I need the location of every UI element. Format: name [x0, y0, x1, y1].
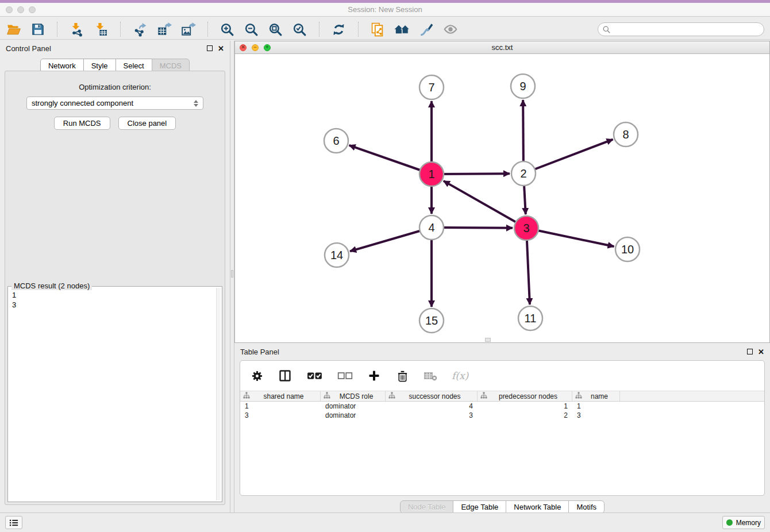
window-title: Session: New Session	[0, 5, 770, 14]
result-scrollbar[interactable]	[216, 288, 221, 500]
close-panel-icon[interactable]: ✕	[218, 45, 224, 52]
main-titlebar: Session: New Session	[0, 3, 770, 17]
zoom-selected-icon[interactable]	[292, 22, 307, 37]
settings-gear-icon[interactable]	[250, 369, 264, 383]
import-network-icon[interactable]	[69, 22, 84, 37]
table-tab-node-table[interactable]: Node Table	[400, 500, 454, 514]
toggle-visibility-eye-icon[interactable]	[442, 22, 458, 37]
duplicate-network-icon[interactable]	[370, 22, 386, 37]
network-graph: 7968124314101511	[235, 54, 769, 342]
cell-shared-name[interactable]: 1	[240, 402, 321, 411]
table-header-row: shared nameMCDS rolesuccessor nodesprede…	[240, 391, 764, 402]
column-layout-icon[interactable]	[278, 369, 292, 383]
cell-successor-nodes[interactable]: 4	[386, 402, 478, 411]
node-7[interactable]: 7	[419, 75, 444, 99]
table-tab-edge-table[interactable]: Edge Table	[453, 500, 506, 514]
cell-predecessor-nodes[interactable]: 2	[478, 411, 572, 420]
network-canvas[interactable]: 7968124314101511	[235, 54, 769, 342]
node-9[interactable]: 9	[511, 74, 535, 98]
mcds-panel: Optimization criterion: strongly connect…	[5, 71, 225, 505]
table-row[interactable]: 1dominator411	[240, 402, 764, 411]
edge-1-6[interactable]	[349, 145, 432, 174]
network-title: scc.txt	[235, 43, 769, 52]
node-8[interactable]: 8	[614, 122, 638, 147]
mcds-result-text[interactable]: 1 3	[9, 289, 215, 500]
run-mcds-button[interactable]: Run MCDS	[54, 117, 110, 130]
toolbar-separator	[207, 22, 208, 37]
export-image-icon[interactable]	[180, 22, 196, 37]
svg-text:2: 2	[520, 167, 526, 180]
apply-layout-refresh-icon[interactable]	[331, 22, 346, 37]
add-column-plus-icon[interactable]	[367, 369, 381, 383]
mcds-result-groupbox: MCDS result (2 nodes) 1 3	[7, 286, 222, 502]
node-6[interactable]: 6	[324, 129, 348, 153]
cell-name[interactable]: 1	[572, 402, 620, 411]
float-table-panel-icon[interactable]	[747, 349, 753, 354]
zoom-fit-icon[interactable]	[268, 22, 283, 37]
deselect-all-columns-icon[interactable]	[337, 369, 353, 383]
node-3[interactable]: 3	[514, 216, 538, 240]
delete-table-icon	[424, 369, 437, 383]
sort-tree-icon	[480, 392, 487, 400]
close-table-panel-icon[interactable]: ✕	[758, 348, 764, 356]
table-row[interactable]: 3dominator323	[240, 411, 764, 420]
delete-column-trash-icon[interactable]	[395, 369, 409, 383]
node-1[interactable]: 1	[419, 162, 444, 186]
table-tab-motifs[interactable]: Motifs	[568, 500, 605, 514]
node-11[interactable]: 11	[518, 306, 542, 330]
column-header-MCDS-role[interactable]: MCDS role	[321, 391, 386, 401]
cell-name[interactable]: 3	[572, 411, 620, 420]
app-window: Session: New Session	[0, 0, 770, 532]
task-history-button[interactable]	[5, 516, 22, 529]
open-session-icon[interactable]	[6, 22, 21, 37]
cell-shared-name[interactable]: 3	[240, 411, 321, 420]
zoom-in-icon[interactable]	[220, 22, 235, 37]
edge-3-1[interactable]	[444, 181, 526, 228]
node-2[interactable]: 2	[511, 161, 536, 186]
column-header-name[interactable]: name	[572, 391, 620, 401]
cell-MCDS-role[interactable]: dominator	[321, 411, 386, 420]
svg-text:10: 10	[621, 243, 634, 256]
panel-splitter[interactable]	[230, 41, 234, 512]
first-neighbors-houses-icon[interactable]	[394, 22, 410, 37]
column-header-shared-name[interactable]: shared name	[240, 391, 321, 401]
select-all-columns-icon[interactable]	[306, 369, 322, 383]
edge-3-10[interactable]	[526, 228, 614, 246]
column-header-successor-nodes[interactable]: successor nodes	[386, 391, 478, 401]
node-15[interactable]: 15	[419, 309, 444, 333]
network-titlebar: ✕ − + scc.txt	[235, 41, 769, 54]
edge-2-8[interactable]	[523, 140, 613, 174]
close-panel-button[interactable]: Close panel	[118, 117, 176, 130]
svg-text:8: 8	[622, 128, 629, 141]
export-network-icon[interactable]	[132, 22, 148, 37]
dropdown-stepper-icon	[194, 100, 198, 107]
cell-successor-nodes[interactable]: 3	[386, 411, 478, 420]
list-icon	[9, 519, 18, 527]
svg-text:7: 7	[428, 81, 434, 94]
save-session-icon[interactable]	[30, 22, 45, 37]
node-14[interactable]: 14	[325, 243, 349, 267]
node-10[interactable]: 10	[615, 237, 640, 261]
memory-button[interactable]: Memory	[722, 516, 765, 529]
cell-predecessor-nodes[interactable]: 1	[478, 402, 572, 411]
criterion-dropdown[interactable]: strongly connected component	[26, 97, 203, 110]
sort-tree-icon	[324, 392, 330, 400]
splitter-handle[interactable]	[231, 270, 233, 277]
zoom-out-icon[interactable]	[244, 22, 259, 37]
cell-MCDS-role[interactable]: dominator	[321, 402, 386, 411]
network-window: ✕ − + scc.txt 7968124314101511	[234, 41, 770, 343]
toolbar-separator	[120, 22, 121, 37]
search-input[interactable]	[614, 25, 759, 34]
search-field[interactable]	[598, 22, 764, 36]
float-panel-icon[interactable]	[207, 45, 213, 51]
table-tabs: Node TableEdge TableNetwork TableMotifs	[234, 500, 770, 514]
apply-style-brush-icon[interactable]	[418, 22, 434, 37]
search-icon	[603, 26, 610, 33]
memory-label: Memory	[736, 519, 761, 527]
horizontal-splitter-handle[interactable]	[485, 338, 491, 342]
node-4[interactable]: 4	[419, 215, 444, 240]
export-table-icon[interactable]	[156, 22, 172, 37]
import-table-icon[interactable]	[93, 22, 109, 37]
column-header-predecessor-nodes[interactable]: predecessor nodes	[478, 391, 572, 401]
table-tab-network-table[interactable]: Network Table	[506, 500, 569, 514]
